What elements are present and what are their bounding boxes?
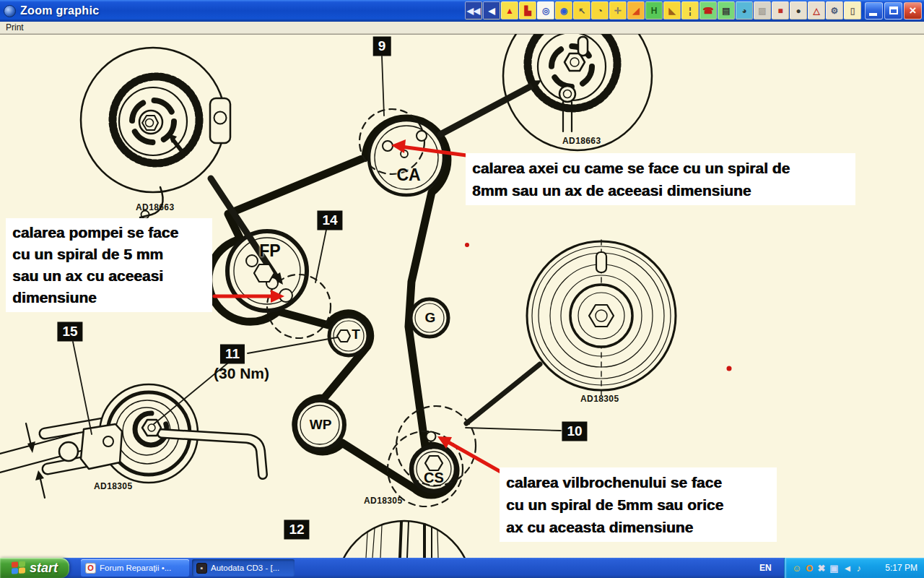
crank-pulley-closeup [527,240,676,399]
menubar: Print [0,22,924,34]
callout-10: 10 [562,422,587,441]
restore-button[interactable] [884,2,902,20]
equipment-icon[interactable]: ◣ [663,1,681,20]
wheel-icon[interactable]: ◔ [591,1,609,20]
opera-icon: O [85,563,96,574]
go-back-icon[interactable]: ◀ [483,1,500,20]
pulley-label-cs: CS [424,470,444,486]
torque-label: (30 Nm) [214,365,269,382]
task-forum-reparatii[interactable]: O Forum Reparaţii •... [81,559,189,577]
red-tool-icon[interactable]: ▙ [519,1,536,20]
volume-tray-icon[interactable]: ◄ [843,564,853,573]
windows-flag-icon [12,561,26,574]
callout-9: 9 [373,37,391,56]
annotation-line: 8mm sau un ax de aceeasi dimensiune [472,179,849,202]
bottom-partial-pulley [336,521,472,558]
usb-remove-tray-icon[interactable]: ✖ [817,564,825,573]
road-icon[interactable]: ◢ [627,1,645,20]
disabled-tool-icon[interactable]: ▨ [754,1,771,20]
annotation-line: calarea vilbrochenului se face [506,471,770,493]
language-indicator[interactable]: EN [759,558,772,578]
tyre-icon[interactable]: ● [790,1,807,20]
autodata-icon: ▪ [196,563,207,574]
red-dot [465,243,469,247]
spark-plug-icon[interactable]: ¦ [681,1,699,20]
scanner-tray-icon[interactable]: ♪ [856,564,861,573]
annotation-line: cu un spiral de 5mm sau orice [506,493,770,516]
annotation-pump: calarea pompei se face cu un spiral de 5… [6,218,212,312]
pulley-label-ca: CA [396,165,420,185]
part-label-ad18663-right: AD18663 [562,136,601,146]
task-autodata[interactable]: ▪ Autodata CD3 - [... [192,559,295,577]
window-title: Zoom graphic [20,4,99,17]
minimize-button[interactable] [865,2,883,20]
task-label: Forum Reparaţii •... [100,564,171,572]
callout-12: 12 [284,520,309,540]
network-tray-icon[interactable]: ▣ [829,564,838,573]
annotation-line: cu un spiral de 5 mm [12,243,206,265]
annotation-line: calarea axei cu came se face cu un spira… [472,157,849,179]
annotation-line: ax cu aceasta dimensiune [506,516,770,538]
start-label: start [30,561,58,576]
task-label: Autodata CD3 - [... [211,564,279,572]
annotation-line: sau un ax cu aceeasi [12,265,206,287]
callout-11: 11 [220,345,245,364]
start-button[interactable]: start [0,558,69,578]
lift-icon[interactable]: H [645,1,663,20]
messenger-tray-icon[interactable]: ☺ [792,564,801,573]
part-label-ad18305-cs: AD18305 [364,496,403,506]
opera-tray-icon[interactable]: O [806,564,813,573]
tray-icons: ☺O✖▣◄♪ [792,564,861,573]
tools-icon[interactable]: ✛ [609,1,627,20]
pulley-label-t: T [352,327,360,342]
titlebar-toolbar: ◀◀ ◀ ▲ ▙ ◎ ◉ ↖ ◔ ✛ ◢ [465,1,862,20]
gauge-icon[interactable]: ◕ [736,1,753,20]
part-label-ad18663-left: AD18663 [136,202,175,212]
taskbar-clock: 5:17 PM [885,563,918,573]
red-dot [727,366,732,371]
pulley-label-fp: FP [259,241,280,261]
titlebar: Zoom graphic ◀◀ ◀ ▲ ▙ ◎ ◉ ↖ ◔ [0,0,924,22]
pulley-label-g: G [425,310,436,326]
menu-print[interactable]: Print [0,22,30,33]
annotation-crankshaft: calarea vilbrochenului se face cu un spi… [500,467,777,542]
cam-sprocket-closeup-left [81,48,230,219]
phone-icon[interactable]: ☎ [699,1,717,20]
service-icon[interactable]: ■ [772,1,789,20]
taskbar: start O Forum Reparaţii •... ▪ Autodata … [0,558,924,578]
engine-icon[interactable]: ⚙ [826,1,843,20]
system-tray: ☺O✖▣◄♪ 5:17 PM [784,558,924,578]
callout-14: 14 [317,211,342,230]
globe-icon[interactable]: ◉ [555,1,572,20]
part-label-ad18305-tensioner: AD18305 [94,481,133,491]
zoom-graphic-icon[interactable]: ◎ [537,1,554,20]
go-first-icon[interactable]: ◀◀ [465,1,482,20]
annotation-line: dimensiune [12,287,206,309]
callout-15: 15 [57,322,82,342]
mouse-pointer-icon[interactable]: ↖ [573,1,590,20]
warning-icon[interactable]: ▲ [501,1,518,20]
annotation-camshaft: calarea axei cu came se face cu un spira… [466,153,855,205]
part-label-ad18305-pulley: AD18305 [580,394,619,404]
desktop-screen: Zoom graphic ◀◀ ◀ ▲ ▙ ◎ ◉ ↖ ◔ [0,0,924,578]
close-icon: × [910,4,917,18]
panel-icon[interactable]: ▯ [844,1,861,20]
window-controls: × [863,2,922,20]
minimize-icon [869,13,877,16]
pulley-label-wp: WP [310,417,332,433]
app-icon [4,5,16,17]
close-button[interactable]: × [904,2,922,20]
annotation-line: calarea pompei se face [12,222,206,243]
abs-warning-icon[interactable]: △ [808,1,825,20]
restore-icon [889,7,898,14]
printer-icon[interactable]: ▤ [718,1,735,20]
